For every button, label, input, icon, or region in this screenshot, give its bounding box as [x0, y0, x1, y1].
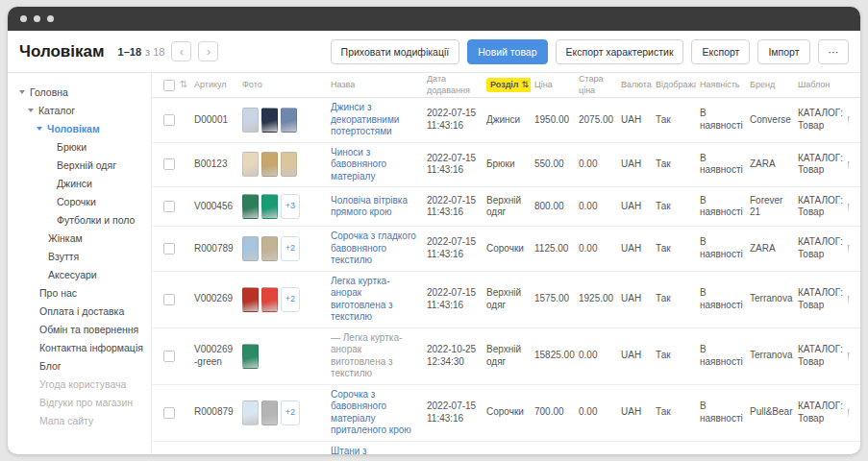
- new-product-button[interactable]: Новий товар: [467, 39, 547, 64]
- sidebar-item-13[interactable]: Обмін та повернення: [13, 320, 151, 338]
- delete-icon[interactable]: [848, 242, 852, 255]
- row-checkbox[interactable]: [163, 201, 175, 212]
- delete-icon[interactable]: [848, 201, 852, 213]
- export-button[interactable]: Експорт: [691, 39, 750, 64]
- row-checkbox[interactable]: [163, 351, 175, 362]
- delete-icon[interactable]: [848, 350, 852, 362]
- product-thumbnail[interactable]: [242, 108, 259, 133]
- product-name-link[interactable]: Чоловіча вітрівка прямого крою: [331, 195, 408, 218]
- row-checkbox[interactable]: [163, 114, 175, 126]
- column-header-price[interactable]: Ціна: [531, 75, 575, 95]
- product-name-link[interactable]: Джинси з декоративними потертостями: [331, 102, 399, 136]
- column-header-name[interactable]: Назва: [327, 75, 423, 95]
- product-thumbnail[interactable]: [242, 194, 259, 219]
- hide-modifications-button[interactable]: Приховати модифікації: [331, 39, 460, 64]
- window-dot-3[interactable]: [47, 15, 54, 22]
- product-thumbnail[interactable]: [242, 287, 259, 312]
- old-price-cell: 0.00: [575, 402, 617, 423]
- sidebar-item-17[interactable]: Відгуки про магазин: [13, 393, 151, 411]
- column-header-tmpl[interactable]: Шаблон: [794, 75, 848, 95]
- product-thumbnail[interactable]: [281, 152, 297, 177]
- more-photos-badge[interactable]: +2: [281, 400, 300, 425]
- product-thumbnail[interactable]: [261, 108, 278, 133]
- product-thumbnail[interactable]: [242, 236, 259, 261]
- row-checkbox[interactable]: [163, 407, 175, 419]
- column-header-date[interactable]: Дата додавання: [423, 73, 483, 101]
- sidebar-item-5[interactable]: Джинси: [13, 174, 151, 192]
- sidebar-item-2[interactable]: Чоловікам: [13, 119, 151, 137]
- product-name-link[interactable]: Чиноси з бавовняного матеріалу: [331, 147, 386, 182]
- more-photos-badge[interactable]: +3: [281, 194, 300, 219]
- column-header-disp[interactable]: Відображати: [652, 75, 696, 95]
- window-dot-1[interactable]: [20, 15, 27, 22]
- sidebar-item-6[interactable]: Сорочки: [13, 192, 151, 210]
- product-thumbnail[interactable]: [261, 287, 278, 312]
- more-button[interactable]: ⋯: [818, 39, 850, 64]
- price-cell: 15825.00: [531, 346, 575, 366]
- product-name-link[interactable]: — Легка куртка-анорак виготовлена з текс…: [331, 332, 402, 379]
- sidebar-item-4[interactable]: Верхній одяг: [13, 156, 151, 174]
- availability-cell: В наявності: [696, 191, 746, 223]
- sidebar-item-15[interactable]: Блог: [13, 356, 151, 375]
- currency-cell: UAH: [617, 239, 652, 259]
- select-all-checkbox[interactable]: [163, 80, 175, 91]
- sidebar-item-9[interactable]: Взуття: [13, 247, 151, 265]
- time-value: 11:43:16: [427, 413, 479, 425]
- section-cell: Джинси: [483, 110, 531, 131]
- product-name-link[interactable]: Сорочка з бавовняного матеріалу притален…: [331, 389, 411, 436]
- sidebar-item-0[interactable]: Головна: [13, 83, 151, 101]
- sidebar-item-10[interactable]: Аксесуари: [13, 265, 151, 283]
- delete-icon[interactable]: [848, 293, 852, 305]
- date-cell: 2022-07-1511:43:16: [423, 397, 483, 428]
- product-thumbnail[interactable]: [261, 152, 278, 177]
- export-characteristics-button[interactable]: Експорт характеристик: [556, 39, 684, 64]
- product-thumbnail[interactable]: [261, 236, 278, 261]
- column-header-cur[interactable]: Валюта: [617, 75, 652, 95]
- sidebar-item-18[interactable]: Мапа сайту: [13, 411, 151, 429]
- product-thumbnail[interactable]: [242, 344, 259, 369]
- delete-icon[interactable]: [848, 113, 852, 126]
- column-header-section[interactable]: Розділ⇅: [483, 73, 531, 97]
- pagination-total: з 18: [145, 46, 164, 58]
- display-cell: Так: [652, 110, 696, 131]
- sidebar-item-16[interactable]: Угода користувача: [13, 375, 151, 393]
- row-checkbox[interactable]: [163, 158, 175, 170]
- sku-cell: B00123: [190, 155, 238, 175]
- delete-icon[interactable]: [848, 406, 852, 419]
- sidebar-item-11[interactable]: Про нас: [13, 283, 151, 302]
- row-checkbox[interactable]: [163, 243, 175, 255]
- pagination-next-button[interactable]: ›: [198, 41, 218, 61]
- row-checkbox[interactable]: [163, 294, 175, 305]
- sidebar-item-14[interactable]: Контактна інформація: [13, 338, 151, 356]
- window-titlebar: [8, 7, 860, 31]
- actions-cell: [848, 238, 860, 258]
- sidebar-item-3[interactable]: Брюки: [13, 137, 151, 156]
- product-name-link[interactable]: Легка куртка-анорак виготовлена з тексти…: [331, 276, 393, 323]
- product-thumbnail[interactable]: [281, 108, 297, 133]
- sidebar-item-label: Контактна інформація: [39, 342, 143, 353]
- actions-cell: [848, 346, 860, 366]
- product-thumbnail[interactable]: [261, 400, 278, 425]
- column-header-sku[interactable]: Артикул: [190, 75, 238, 95]
- sidebar-item-8[interactable]: Жінкам: [13, 229, 151, 247]
- pagination-prev-button[interactable]: ‹: [171, 41, 191, 61]
- product-name-link[interactable]: Сорочка з гладкого бавовняного текстилю: [331, 230, 416, 265]
- column-header-brand[interactable]: Бренд: [746, 75, 794, 95]
- product-thumbnail[interactable]: [242, 400, 259, 425]
- product-thumbnail[interactable]: [261, 194, 278, 219]
- reorder-icon[interactable]: ⇅: [180, 79, 187, 91]
- sorted-column-pill[interactable]: Розділ⇅: [486, 78, 531, 92]
- import-button[interactable]: Імпорт: [757, 39, 809, 64]
- product-name-link[interactable]: Штани з бавовняного матеріалу прямого кр…: [331, 446, 414, 455]
- more-photos-badge[interactable]: +2: [281, 287, 300, 312]
- column-header-avail[interactable]: Наявність: [696, 75, 746, 95]
- column-header-old[interactable]: Стара ціна: [575, 73, 617, 101]
- column-header-photo[interactable]: Фото: [238, 75, 327, 95]
- more-photos-badge[interactable]: +2: [281, 236, 300, 261]
- sidebar-item-7[interactable]: Футболки и поло: [13, 210, 151, 229]
- delete-icon[interactable]: [848, 158, 852, 171]
- sidebar-item-1[interactable]: Каталог: [13, 101, 151, 119]
- product-thumbnail[interactable]: [242, 152, 259, 177]
- window-dot-2[interactable]: [34, 15, 40, 22]
- sidebar-item-12[interactable]: Оплата і доставка: [13, 302, 151, 320]
